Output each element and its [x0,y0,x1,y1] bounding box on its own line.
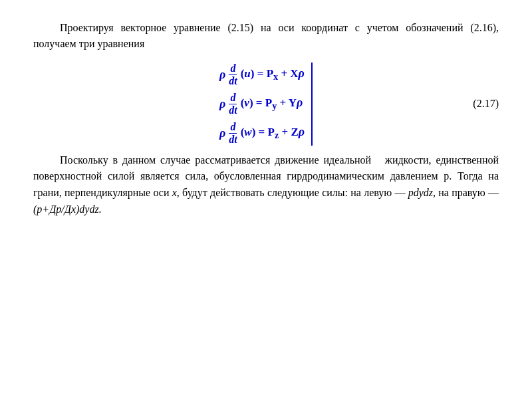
body-paragraph: Поскольку в данном случае рассматриваетс… [33,152,499,218]
fraction-2: d dt [227,92,238,116]
equation-2: ρ d dt (v) = Py + Yρ [219,92,303,116]
numerator-3: d [229,121,237,134]
denominator-2: dt [227,104,238,116]
equation-3: ρ d dt (w) = Pz + Zρ [219,121,305,145]
intro-text: Проектируя векторное уравнение (2.15) на… [33,22,499,49]
equation-label: (2.17) [473,98,499,110]
intro-paragraph: Проектируя векторное уравнение (2.15) на… [33,20,499,52]
page: Проектируя векторное уравнение (2.15) на… [0,0,532,399]
denominator-3: dt [227,134,238,146]
numerator-2: d [229,92,237,104]
fraction-1: d dt [227,63,238,86]
equations-group: ρ d dt (u) = Px + Xρ ρ d dt (v) = Py + Y… [219,63,313,146]
eq3-body: (w) = Pz + Zρ [241,125,305,141]
rho-2: ρ [219,97,225,111]
body-text-1: Поскольку в данном случае рассматриваетс… [33,154,499,215]
equations-block: ρ d dt (u) = Px + Xρ ρ d dt (v) = Py + Y… [33,63,499,146]
eq1-body: (u) = Px + Xρ [241,66,305,82]
fraction-3: d dt [227,121,238,145]
numerator-1: d [229,63,237,75]
rho-1: ρ [219,68,225,82]
rho-3: ρ [219,126,225,140]
denominator-1: dt [227,75,238,87]
eq2-body: (v) = Py + Yρ [241,96,303,112]
equation-1: ρ d dt (u) = Px + Xρ [219,63,305,86]
